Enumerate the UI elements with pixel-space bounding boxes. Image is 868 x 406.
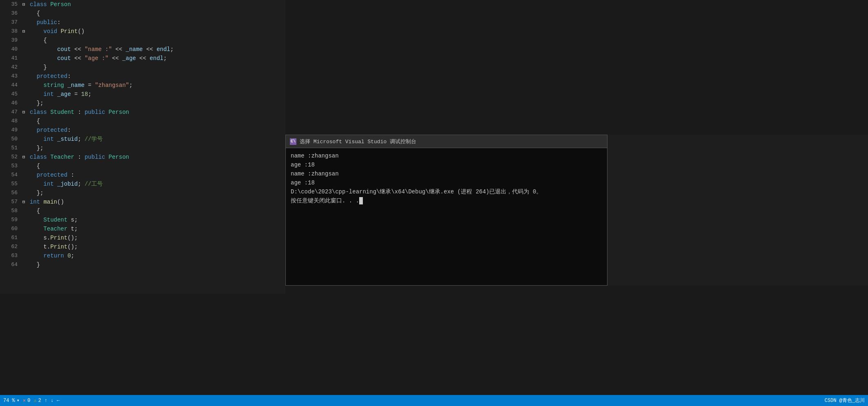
line-number: 35 — [0, 0, 22, 9]
line-number: 53 — [0, 162, 22, 171]
code-line-content: { — [30, 206, 285, 215]
console-body: name :zhangsanage :18name :zhangsanage :… — [286, 148, 607, 209]
line-number: 39 — [0, 36, 22, 45]
line-number: 56 — [0, 189, 22, 197]
console-line: name :zhangsan — [291, 151, 602, 160]
code-line-content: s.Print(); — [30, 233, 285, 242]
line-number: 57 — [0, 197, 22, 206]
table-row: 64 } — [0, 260, 285, 269]
table-row: 44 string _name = "zhangsan"; — [0, 81, 285, 90]
table-row: 49 protected: — [0, 126, 285, 135]
table-row: 40 cout << "name :" << _name << endl; — [0, 45, 285, 54]
line-number: 50 — [0, 135, 22, 144]
error-indicator[interactable]: ✕ 0 — [23, 397, 30, 404]
nav-down[interactable]: ↓ — [51, 398, 53, 404]
table-row: 50 int _stuid; //学号 — [0, 135, 285, 144]
dark-right-panel — [285, 0, 868, 135]
left-arrow-icon: ← — [57, 398, 60, 404]
code-line-content: cout << "age :" << _age << endl; — [30, 54, 285, 63]
fold-indicator[interactable]: ⊟ — [22, 108, 30, 117]
line-number: 55 — [0, 180, 22, 189]
line-number: 38 — [0, 27, 22, 36]
up-arrow-icon: ↑ — [44, 398, 47, 404]
line-number: 47 — [0, 108, 22, 117]
table-row: 56 }; — [0, 189, 285, 197]
console-line: D:\code\2023\cpp-learning\继承\x64\Debug\继… — [291, 187, 602, 196]
line-number: 63 — [0, 251, 22, 260]
code-line-content: int _jobid; //工号 — [30, 180, 285, 189]
table-row: 62 t.Print(); — [0, 242, 285, 251]
code-line-content: Student s; — [30, 215, 285, 224]
table-row: 55 int _jobid; //工号 — [0, 180, 285, 189]
cursor — [359, 197, 363, 204]
warning-count: 2 — [38, 398, 41, 404]
table-row: 53 { — [0, 162, 285, 171]
nav-left[interactable]: ← — [57, 398, 60, 404]
code-line-content: class Teacher : public Person — [30, 153, 285, 162]
warning-indicator[interactable]: ⚠ 2 — [33, 397, 41, 404]
line-number: 48 — [0, 117, 22, 126]
code-line-content: cout << "name :" << _name << endl; — [30, 45, 285, 54]
zoom-value: 74 % — [3, 398, 15, 404]
fold-indicator[interactable]: ⊟ — [22, 27, 30, 36]
warning-icon: ⚠ — [33, 397, 36, 404]
table-row: 39 { — [0, 36, 285, 45]
code-line-content: } — [30, 260, 285, 269]
code-line-content: string _name = "zhangsan"; — [30, 81, 285, 90]
table-row: 35⊟class Person — [0, 0, 285, 9]
table-row: 42 } — [0, 63, 285, 72]
code-line-content: int main() — [30, 197, 285, 206]
line-number: 49 — [0, 126, 22, 135]
code-line-content: }; — [30, 189, 285, 197]
console-line: 按任意键关闭此窗口. . . — [291, 196, 602, 205]
code-line-content: { — [30, 117, 285, 126]
code-editor[interactable]: 35⊟class Person36 {37 public:38⊟ void Pr… — [0, 0, 285, 294]
status-bar: 74 % ▾ ✕ 0 ⚠ 2 ↑ ↓ ← CSDN @青色_志川 — [0, 395, 868, 406]
code-line-content: protected : — [30, 171, 285, 180]
code-line-content: public: — [30, 18, 285, 27]
table-row: 63 return 0; — [0, 251, 285, 260]
code-line-content: protected: — [30, 126, 285, 135]
line-number: 59 — [0, 215, 22, 224]
code-line-content: } — [30, 63, 285, 72]
code-line-content: Teacher t; — [30, 224, 285, 233]
line-number: 51 — [0, 144, 22, 153]
code-line-content: class Student : public Person — [30, 108, 285, 117]
line-number: 40 — [0, 45, 22, 54]
table-row: 47⊟class Student : public Person — [0, 108, 285, 117]
code-line-content: t.Print(); — [30, 242, 285, 251]
table-row: 37 public: — [0, 18, 285, 27]
table-row: 36 { — [0, 9, 285, 18]
line-number: 42 — [0, 63, 22, 72]
fold-indicator[interactable]: ⊟ — [22, 0, 30, 9]
table-row: 38⊟ void Print() — [0, 27, 285, 36]
code-line-content: }; — [30, 99, 285, 108]
table-row: 43 protected: — [0, 72, 285, 81]
code-line-content: void Print() — [30, 27, 285, 36]
dark-bottom-panel — [0, 286, 868, 395]
console-titlebar: C\ 选择 Microsoft Visual Studio 调试控制台 — [286, 135, 607, 148]
console-title: 选择 Microsoft Visual Studio 调试控制台 — [300, 138, 416, 145]
watermark: CSDN @青色_志川 — [825, 397, 865, 404]
line-number: 46 — [0, 99, 22, 108]
line-number: 45 — [0, 90, 22, 99]
fold-indicator[interactable]: ⊟ — [22, 197, 30, 206]
table-row: 54 protected : — [0, 171, 285, 180]
down-arrow-icon: ↓ — [51, 398, 53, 404]
code-lines: 35⊟class Person36 {37 public:38⊟ void Pr… — [0, 0, 285, 269]
table-row: 52⊟class Teacher : public Person — [0, 153, 285, 162]
table-row: 41 cout << "age :" << _age << endl; — [0, 54, 285, 63]
line-number: 41 — [0, 54, 22, 63]
line-number: 37 — [0, 18, 22, 27]
console-icon: C\ — [290, 138, 296, 145]
code-line-content: }; — [30, 144, 285, 153]
zoom-chevron: ▾ — [17, 397, 20, 404]
zoom-level: 74 % ▾ — [3, 397, 20, 404]
code-line-content: return 0; — [30, 251, 285, 260]
code-line-content: { — [30, 162, 285, 171]
code-line-content: protected: — [30, 72, 285, 81]
console-line: age :18 — [291, 178, 602, 187]
error-icon: ✕ — [23, 397, 26, 404]
fold-indicator[interactable]: ⊟ — [22, 153, 30, 162]
nav-up[interactable]: ↑ — [44, 398, 47, 404]
